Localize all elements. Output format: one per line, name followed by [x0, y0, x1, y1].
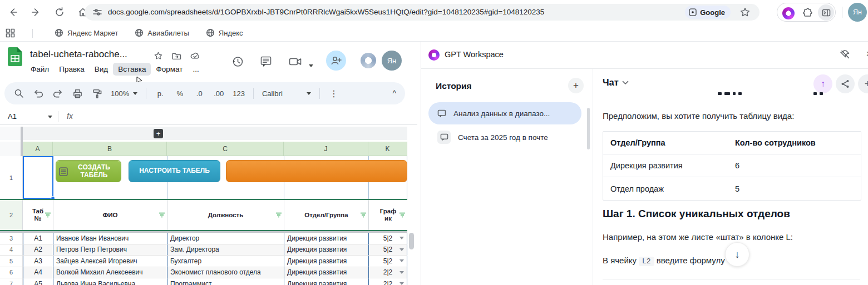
- cell-fio[interactable]: Иванов Иван Иванович: [53, 233, 167, 244]
- url-bar[interactable]: docs.google.com/spreadsheets/d/1GOPBXrxb…: [85, 4, 760, 21]
- dropdown-caret-icon[interactable]: [400, 248, 404, 251]
- dropdown-caret-icon[interactable]: [400, 259, 404, 262]
- table-row[interactable]: 7 А5 Львова Инна Васильевна Программист …: [0, 278, 407, 285]
- name-box-caret[interactable]: [48, 116, 52, 118]
- row-header-5[interactable]: 5: [0, 256, 23, 267]
- close-panel-icon[interactable]: ×: [866, 48, 868, 60]
- undo-icon[interactable]: [33, 88, 44, 98]
- unpin-icon[interactable]: [840, 49, 850, 59]
- row-header-4[interactable]: 4: [0, 244, 23, 256]
- sheets-logo[interactable]: [8, 47, 22, 68]
- print-icon[interactable]: [72, 88, 83, 99]
- share-button[interactable]: [326, 51, 346, 71]
- new-chat-button[interactable]: +: [568, 78, 584, 93]
- cell-position[interactable]: Бухгалтер: [167, 256, 284, 267]
- percent-format-button[interactable]: %: [174, 89, 185, 98]
- column-header-k[interactable]: K: [368, 142, 407, 156]
- cell-tab-num[interactable]: А3: [23, 256, 53, 267]
- gpt-workspace-addon-icon[interactable]: [361, 53, 376, 68]
- extensions-puzzle-icon[interactable]: [802, 7, 813, 18]
- doc-title[interactable]: tabel-ucheta-raboche...: [30, 49, 127, 60]
- cell-fio[interactable]: Зайцев Алексей Игоревич: [53, 256, 167, 267]
- header-cell-position[interactable]: Должность: [167, 200, 284, 230]
- comments-icon[interactable]: [259, 55, 273, 68]
- cell-fio[interactable]: Петров Петр Петрович: [53, 244, 167, 256]
- reload-icon[interactable]: [53, 6, 66, 18]
- history-item[interactable]: Счета за 2025 год в почте: [428, 128, 581, 147]
- cell-department[interactable]: Дирекция развития: [284, 256, 368, 267]
- vertical-scrollbar-thumb[interactable]: [409, 233, 414, 249]
- table-row[interactable]: 4 А2 Петров Петр Петрович Зам. Директора…: [0, 244, 407, 256]
- meet-dropdown-caret[interactable]: [309, 59, 313, 69]
- row-header-2[interactable]: 2: [0, 200, 23, 230]
- cell-department[interactable]: Дирекция развития: [284, 278, 368, 285]
- orange-bar-button[interactable]: [226, 160, 407, 182]
- filter-icon[interactable]: [275, 212, 282, 219]
- site-info-icon[interactable]: [92, 7, 102, 17]
- cell-tab-num[interactable]: А2: [23, 244, 53, 256]
- more-toolbar-icon[interactable]: ⋮: [328, 88, 339, 99]
- forward-icon[interactable]: [30, 6, 42, 18]
- apps-grid-icon[interactable]: [6, 28, 15, 38]
- currency-format-button[interactable]: р.: [155, 89, 166, 98]
- cloud-saved-icon[interactable]: [190, 51, 200, 61]
- select-all-corner[interactable]: [0, 142, 23, 156]
- cell-position[interactable]: Зам. Директора: [167, 244, 284, 256]
- redo-icon[interactable]: [52, 88, 63, 98]
- filter-icon[interactable]: [45, 212, 51, 219]
- gpt-workspace-extension-icon[interactable]: [782, 7, 795, 19]
- cell-tab-num[interactable]: А5: [23, 278, 53, 285]
- header-cell-schedule[interactable]: График: [368, 200, 407, 230]
- configure-timesheet-button[interactable]: НАСТРОИТЬ ТАБЕЛЬ: [129, 160, 220, 182]
- filter-icon[interactable]: [159, 212, 165, 219]
- table-row[interactable]: 3 А1 Иванов Иван Иванович Директор Дирек…: [0, 233, 407, 244]
- zoom-select[interactable]: 100%: [111, 89, 137, 98]
- create-timesheet-button[interactable]: СОЗДАТЬ ТАБЕЛЬ: [56, 160, 121, 182]
- cell-position[interactable]: Программист: [167, 278, 284, 285]
- number-format-button[interactable]: 123: [233, 89, 245, 98]
- header-cell-tab[interactable]: Таб №: [23, 200, 53, 230]
- dropdown-caret-icon[interactable]: [400, 271, 404, 274]
- row-header-6[interactable]: 6: [0, 267, 23, 278]
- cell-schedule[interactable]: 2|2: [368, 267, 407, 278]
- table-row[interactable]: 5 А3 Зайцев Алексей Игоревич Бухгалтер Д…: [0, 256, 407, 267]
- sheets-avatar[interactable]: Ян: [382, 51, 402, 71]
- cell-schedule[interactable]: 5|2: [368, 244, 407, 256]
- cell-tab-num[interactable]: А4: [23, 267, 53, 278]
- cell-position[interactable]: Экономист планового отдела: [167, 267, 284, 278]
- bookmark-aviabilety[interactable]: Авиабилеты: [135, 28, 189, 37]
- hidden-columns-expand-button[interactable]: +: [154, 129, 163, 138]
- font-select[interactable]: Calibri: [262, 89, 311, 98]
- star-doc-icon[interactable]: [154, 51, 163, 61]
- move-folder-icon[interactable]: [171, 51, 181, 61]
- scroll-up-button[interactable]: ↑: [813, 74, 832, 93]
- dropdown-caret-icon[interactable]: [400, 237, 404, 239]
- name-box[interactable]: A1: [8, 112, 17, 121]
- url-text[interactable]: docs.google.com/spreadsheets/d/1GOPBXrxb…: [108, 8, 659, 16]
- decrease-decimals-button[interactable]: .0: [194, 89, 205, 98]
- cell-schedule[interactable]: 5|2: [368, 233, 407, 244]
- table-row[interactable]: 6 А4 Волкой Михаил Алексеевич Экономист …: [0, 267, 407, 279]
- row-header-3[interactable]: 3: [0, 233, 23, 244]
- cell-department[interactable]: Дирекция развития: [284, 233, 368, 244]
- menu-file[interactable]: Файл: [26, 63, 54, 76]
- version-history-icon[interactable]: [231, 55, 244, 68]
- bookmark-star-icon[interactable]: [739, 7, 751, 18]
- cell-position[interactable]: Директор: [167, 233, 284, 244]
- cell-schedule[interactable]: 2|2: [368, 278, 407, 285]
- bookmark-yandex[interactable]: Яндекс: [206, 28, 243, 37]
- cell-fio[interactable]: Львова Инна Васильевна: [53, 278, 167, 285]
- menu-view[interactable]: Вид: [90, 63, 113, 76]
- row-header-7[interactable]: 7: [0, 278, 23, 285]
- google-lens-chip[interactable]: Google: [685, 6, 731, 19]
- increase-decimals-button[interactable]: .00: [213, 89, 224, 98]
- browser-avatar[interactable]: Ян: [848, 3, 867, 22]
- menu-format[interactable]: Формат: [151, 63, 188, 76]
- menu-edit[interactable]: Правка: [54, 63, 90, 76]
- history-scrollbar-thumb[interactable]: [587, 108, 590, 149]
- collapse-toolbar-icon[interactable]: ^: [392, 89, 396, 98]
- column-header-b[interactable]: B: [53, 142, 167, 156]
- filter-icon[interactable]: [360, 212, 367, 219]
- column-header-c[interactable]: C: [167, 142, 284, 156]
- bookmark-yandex-market[interactable]: Яндекс Маркет: [55, 28, 118, 37]
